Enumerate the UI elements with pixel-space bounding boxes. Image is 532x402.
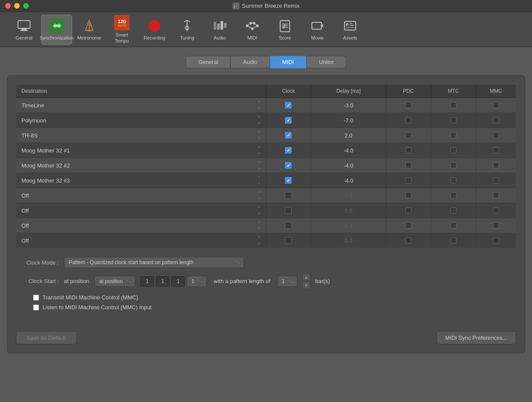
length-dropdown: 1 <box>277 276 297 287</box>
tab-general[interactable]: General <box>186 56 230 68</box>
delay-cell[interactable]: -4.0 <box>311 173 386 188</box>
close-button[interactable] <box>5 3 11 9</box>
audio-icon <box>212 18 227 34</box>
mtc-cell <box>431 203 476 218</box>
mmc-checkbox[interactable] <box>493 147 499 153</box>
tab-audio[interactable]: Audio <box>230 56 269 68</box>
mtc-checkbox[interactable] <box>450 207 456 213</box>
clock-checkbox[interactable] <box>285 237 292 244</box>
mmc-checkbox[interactable] <box>493 207 499 213</box>
sort-arrows[interactable]: ⌃⌄ <box>257 206 261 215</box>
length-spinner: ▲ ▼ <box>302 273 310 289</box>
mmc-checkbox[interactable] <box>493 192 499 198</box>
sort-arrows[interactable]: ⌃⌄ <box>257 236 261 245</box>
delay-cell[interactable]: 0.0 <box>311 188 386 203</box>
pdc-checkbox[interactable] <box>405 238 411 244</box>
mmc-checkbox[interactable] <box>493 162 499 168</box>
midi-icon <box>245 18 260 34</box>
sort-arrows[interactable]: ⌃⌄ <box>257 176 261 185</box>
toolbar-item-recording[interactable]: Recording <box>139 15 170 45</box>
tab-unitor[interactable]: Unitor <box>306 56 346 68</box>
pos-dropdown-select[interactable]: at position <box>94 276 135 287</box>
mmc-checkbox[interactable] <box>493 177 499 183</box>
maximize-button[interactable] <box>23 3 29 9</box>
tab-midi[interactable]: MIDI <box>270 56 306 68</box>
delay-cell[interactable]: -4.0 <box>311 143 386 158</box>
clock-checkbox[interactable] <box>285 117 292 124</box>
clock-checkbox[interactable] <box>285 147 292 154</box>
mtc-checkbox[interactable] <box>450 177 456 183</box>
sort-arrows[interactable]: ⌃⌄ <box>257 221 261 230</box>
mtc-checkbox[interactable] <box>450 192 456 198</box>
mtc-checkbox[interactable] <box>450 162 456 168</box>
length-down-button[interactable]: ▼ <box>302 281 310 289</box>
toolbar-item-tuning[interactable]: Tuning <box>172 15 203 45</box>
mtc-checkbox[interactable] <box>450 222 456 228</box>
tuning-icon <box>179 18 195 34</box>
clock-checkbox[interactable] <box>285 207 292 214</box>
pdc-checkbox[interactable] <box>405 147 411 153</box>
midi-sync-prefs-button[interactable]: MIDI Sync Preferences... <box>436 331 517 344</box>
clock-checkbox[interactable] <box>285 177 292 184</box>
toolbar-item-general[interactable]: General <box>9 15 39 45</box>
delay-cell[interactable]: -7.0 <box>311 113 386 128</box>
length-up-button[interactable]: ▲ <box>302 273 310 281</box>
listen-mmc-checkbox[interactable] <box>33 305 39 311</box>
transmit-mmc-checkbox[interactable] <box>33 295 39 301</box>
mmc-checkbox[interactable] <box>493 132 499 138</box>
toolbar-item-synchronization[interactable]: Synchronization <box>41 15 72 45</box>
mtc-checkbox[interactable] <box>450 147 456 153</box>
clock-checkbox[interactable] <box>285 222 292 229</box>
toolbar-item-audio[interactable]: Audio <box>204 15 235 45</box>
mmc-cell <box>476 143 516 158</box>
toolbar-item-score[interactable]: Score <box>269 15 300 45</box>
clock-checkbox[interactable] <box>285 162 292 169</box>
delay-cell[interactable]: 0.0 <box>311 218 386 233</box>
toolbar-item-metronome[interactable]: Metronome <box>74 15 105 45</box>
pdc-checkbox[interactable] <box>405 162 411 168</box>
toolbar-item-smart-tempo[interactable]: 120 AUTO Smart Tempo <box>106 15 137 45</box>
pos-input-1[interactable] <box>140 276 154 286</box>
pdc-checkbox[interactable] <box>405 132 411 138</box>
pos-input-3[interactable] <box>171 276 185 286</box>
toolbar-label-metronome: Metronome <box>77 35 101 41</box>
pdc-checkbox[interactable] <box>405 177 411 183</box>
clock-mode-select[interactable]: Pattern - Quantized clock start based on… <box>64 257 244 268</box>
mtc-checkbox[interactable] <box>450 102 456 108</box>
delay-cell[interactable]: -4.0 <box>311 158 386 173</box>
clock-checkbox[interactable] <box>285 102 292 109</box>
sort-arrows[interactable]: ⌃⌄ <box>257 101 261 110</box>
toolbar-item-assets[interactable]: Assets <box>335 15 366 45</box>
mtc-checkbox[interactable] <box>450 117 456 123</box>
save-default-button[interactable]: Save as Default <box>16 331 77 344</box>
sort-arrows[interactable]: ⌃⌄ <box>257 146 261 155</box>
pdc-checkbox[interactable] <box>405 102 411 108</box>
pos4-select[interactable]: 1 <box>187 276 207 287</box>
svg-rect-4 <box>20 30 28 31</box>
minimize-button[interactable] <box>14 3 20 9</box>
mmc-checkbox[interactable] <box>493 222 499 228</box>
sort-arrows[interactable]: ⌃⌄ <box>257 161 261 170</box>
mmc-checkbox[interactable] <box>493 238 499 244</box>
pdc-checkbox[interactable] <box>405 192 411 198</box>
delay-cell[interactable]: 0.0 <box>311 233 386 248</box>
pdc-checkbox[interactable] <box>405 117 411 123</box>
sort-arrows[interactable]: ⌃⌄ <box>257 131 261 140</box>
clock-checkbox[interactable] <box>285 132 292 139</box>
mtc-checkbox[interactable] <box>450 238 456 244</box>
pdc-checkbox[interactable] <box>405 222 411 228</box>
delay-cell[interactable]: 0.0 <box>311 203 386 218</box>
toolbar-item-midi[interactable]: MIDI <box>237 15 268 45</box>
delay-cell[interactable]: 2.0 <box>311 128 386 143</box>
sort-arrows[interactable]: ⌃⌄ <box>257 191 261 200</box>
sort-arrows[interactable]: ⌃⌄ <box>257 116 261 125</box>
pos-input-2[interactable] <box>156 276 169 286</box>
mmc-checkbox[interactable] <box>493 102 499 108</box>
length-dropdown-select[interactable]: 1 <box>277 276 297 287</box>
mmc-checkbox[interactable] <box>493 117 499 123</box>
clock-checkbox[interactable] <box>285 192 292 199</box>
pdc-checkbox[interactable] <box>405 207 411 213</box>
mtc-checkbox[interactable] <box>450 132 456 138</box>
toolbar-item-movie[interactable]: Movie <box>302 15 333 45</box>
delay-cell[interactable]: -3.0 <box>311 98 386 113</box>
